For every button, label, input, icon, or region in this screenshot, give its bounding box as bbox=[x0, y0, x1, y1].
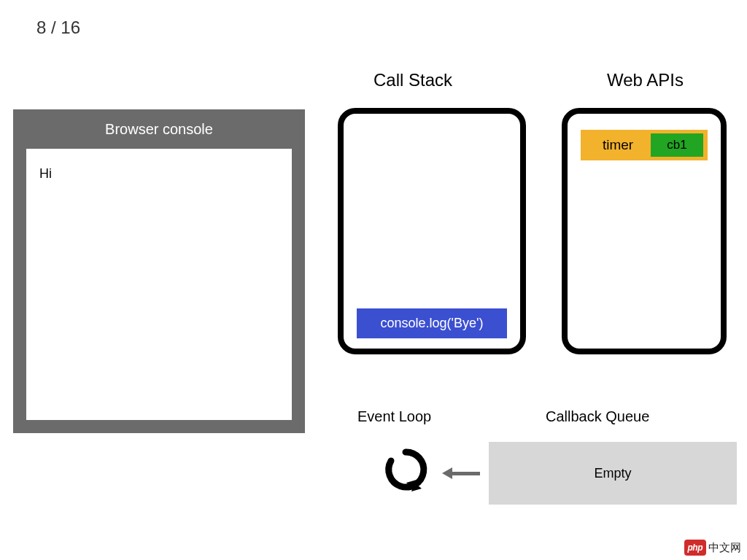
step-counter: 8 / 16 bbox=[36, 18, 80, 38]
web-api-timer: timer cb1 bbox=[581, 130, 708, 160]
call-stack-item: console.log('Bye') bbox=[357, 308, 507, 338]
watermark-logo: php 中文网 bbox=[684, 540, 742, 556]
browser-console-body: Hi bbox=[26, 149, 292, 420]
callback-queue-state: Empty bbox=[594, 466, 631, 481]
web-api-callback: cb1 bbox=[651, 133, 703, 157]
browser-console-title: Browser console bbox=[13, 109, 305, 149]
callback-queue-box: Empty bbox=[489, 442, 737, 505]
web-api-timer-label: timer bbox=[581, 137, 651, 153]
console-output-line: Hi bbox=[39, 166, 279, 182]
watermark-text: 中文网 bbox=[708, 541, 741, 555]
web-apis-box: timer cb1 bbox=[562, 108, 727, 354]
label-call-stack: Call Stack bbox=[374, 70, 452, 90]
call-stack-box: console.log('Bye') bbox=[338, 108, 526, 354]
loop-icon bbox=[382, 446, 429, 493]
arrow-left-icon bbox=[444, 468, 480, 478]
browser-console: Browser console Hi bbox=[13, 109, 305, 433]
label-web-apis: Web APIs bbox=[607, 70, 684, 90]
label-event-loop: Event Loop bbox=[357, 408, 431, 425]
label-callback-queue: Callback Queue bbox=[546, 408, 649, 425]
watermark-badge: php bbox=[684, 540, 707, 556]
